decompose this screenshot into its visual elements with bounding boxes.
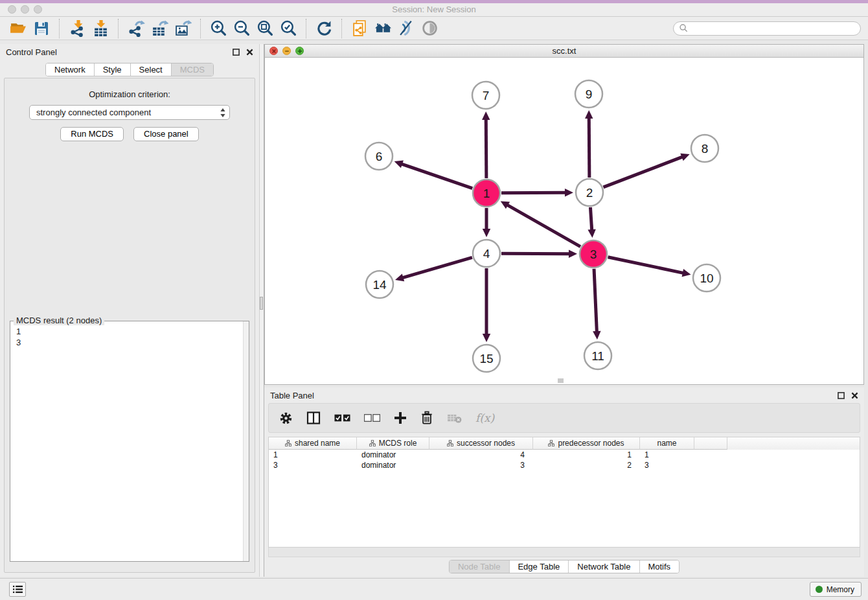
column-header-predecessor-nodes[interactable]: predecessor nodes bbox=[533, 437, 640, 450]
column-header-shared-name[interactable]: shared name bbox=[269, 437, 357, 450]
node-11[interactable]: 11 bbox=[584, 342, 611, 369]
refresh-icon[interactable] bbox=[312, 18, 336, 39]
hide-style-icon[interactable] bbox=[394, 18, 418, 39]
edge-2-3[interactable] bbox=[588, 207, 595, 238]
function-builder-icon: f(x) bbox=[475, 411, 494, 424]
network-maximize-button[interactable] bbox=[295, 47, 304, 55]
task-history-button[interactable] bbox=[9, 582, 26, 597]
edge-line bbox=[507, 205, 580, 246]
table-toolbar: f(x) bbox=[268, 403, 860, 433]
import-network-icon[interactable] bbox=[65, 18, 89, 39]
node-label: 9 bbox=[586, 87, 593, 101]
zoom-in-icon[interactable] bbox=[207, 18, 230, 39]
edge-1-7[interactable] bbox=[482, 111, 490, 178]
import-table-icon[interactable] bbox=[89, 18, 112, 39]
column-header-name[interactable]: name bbox=[640, 437, 694, 450]
edge-line bbox=[603, 157, 682, 187]
node-3[interactable]: 3 bbox=[580, 240, 607, 268]
edge-1-6[interactable] bbox=[394, 160, 473, 188]
memory-button[interactable]: Memory bbox=[810, 582, 862, 597]
add-column-icon[interactable] bbox=[394, 411, 407, 424]
column-header-successor-nodes[interactable]: successor nodes bbox=[429, 437, 533, 450]
node-10[interactable]: 10 bbox=[693, 264, 720, 292]
table-tab-edge-table[interactable]: Edge Table bbox=[509, 560, 569, 573]
table-tab-node-table[interactable]: Node Table bbox=[450, 560, 510, 573]
zoom-fit-icon[interactable] bbox=[253, 18, 277, 39]
edge-line bbox=[590, 207, 591, 230]
tab-style[interactable]: Style bbox=[95, 63, 131, 76]
network-canvas[interactable]: 7968124314101511 bbox=[265, 58, 863, 384]
clone-network-icon[interactable] bbox=[348, 18, 371, 39]
export-table-icon[interactable] bbox=[148, 18, 171, 39]
home-layout-icon[interactable] bbox=[371, 18, 394, 39]
column-chooser-icon[interactable] bbox=[306, 411, 321, 425]
table-cell: 1 bbox=[269, 450, 357, 460]
edge-4-14[interactable] bbox=[395, 257, 472, 281]
search-field[interactable] bbox=[673, 21, 861, 36]
table-row[interactable]: 1dominator411 bbox=[269, 450, 860, 460]
table-tab-network-table[interactable]: Network Table bbox=[569, 560, 639, 573]
deselect-all-rows-icon[interactable] bbox=[364, 414, 380, 422]
minimize-window-button[interactable] bbox=[21, 5, 29, 14]
tab-network[interactable]: Network bbox=[46, 63, 95, 76]
panel-splitter[interactable] bbox=[259, 44, 264, 577]
zoom-window-button[interactable] bbox=[34, 5, 42, 14]
run-mcds-button[interactable]: Run MCDS bbox=[60, 127, 124, 141]
zoom-selected-icon[interactable] bbox=[277, 18, 300, 39]
node-15[interactable]: 15 bbox=[473, 345, 500, 372]
network-resize-grip[interactable] bbox=[558, 378, 564, 383]
float-table-panel-icon[interactable] bbox=[838, 392, 845, 399]
column-header-MCDS-role[interactable]: MCDS role bbox=[357, 437, 429, 450]
edge-3-10[interactable] bbox=[608, 257, 691, 277]
control-panel: Control Panel NetworkStyleSelectMCDS Opt… bbox=[0, 44, 259, 577]
node-6[interactable]: 6 bbox=[365, 143, 393, 170]
node-8[interactable]: 8 bbox=[691, 135, 718, 162]
tab-select[interactable]: Select bbox=[131, 63, 172, 76]
select-all-rows-icon[interactable] bbox=[334, 414, 350, 422]
node-label: 3 bbox=[590, 248, 597, 261]
open-session-icon[interactable] bbox=[6, 18, 30, 39]
edge-1-4[interactable] bbox=[483, 208, 490, 237]
toolbar-separator bbox=[118, 19, 119, 38]
export-image-icon[interactable] bbox=[171, 18, 194, 39]
search-input[interactable] bbox=[689, 24, 855, 33]
node-4[interactable]: 4 bbox=[473, 240, 500, 267]
edge-line bbox=[589, 118, 589, 178]
edge-3-11[interactable] bbox=[593, 269, 600, 340]
table-cell: 1 bbox=[533, 450, 640, 460]
node-7[interactable]: 7 bbox=[472, 82, 499, 109]
close-panel-icon[interactable] bbox=[246, 49, 253, 56]
close-window-button[interactable] bbox=[8, 5, 16, 14]
show-graphics-eye-icon[interactable] bbox=[418, 18, 441, 39]
table-settings-gear-icon[interactable] bbox=[279, 411, 293, 425]
table-row[interactable]: 3dominator323 bbox=[269, 460, 860, 470]
node-1[interactable]: 1 bbox=[473, 179, 500, 207]
table-tab-motifs[interactable]: Motifs bbox=[639, 560, 679, 573]
float-panel-icon[interactable] bbox=[233, 49, 240, 56]
save-session-icon[interactable] bbox=[30, 18, 53, 39]
delete-column-trash-icon[interactable] bbox=[420, 411, 433, 425]
edge-line bbox=[402, 164, 472, 189]
column-hierarchy-icon bbox=[285, 440, 291, 446]
edge-2-8[interactable] bbox=[603, 154, 689, 187]
network-minimize-button[interactable] bbox=[282, 47, 291, 55]
splitter-grip[interactable] bbox=[260, 297, 263, 310]
edge-3-1[interactable] bbox=[501, 201, 580, 246]
optimization-criterion-select[interactable]: strongly connected component bbox=[29, 105, 230, 120]
edge-1-2[interactable] bbox=[501, 189, 573, 196]
close-panel-button[interactable]: Close panel bbox=[133, 127, 199, 141]
node-9[interactable]: 9 bbox=[575, 80, 602, 108]
edge-4-15[interactable] bbox=[483, 268, 490, 342]
zoom-out-icon[interactable] bbox=[230, 18, 253, 39]
close-table-panel-icon[interactable] bbox=[851, 392, 858, 399]
table-scrollbar[interactable] bbox=[268, 548, 860, 557]
tab-mcds[interactable]: MCDS bbox=[172, 63, 213, 76]
node-14[interactable]: 14 bbox=[366, 271, 393, 298]
node-2[interactable]: 2 bbox=[576, 179, 603, 206]
edge-arrowhead bbox=[569, 250, 577, 258]
result-scrollbar[interactable] bbox=[243, 321, 249, 561]
edge-2-9[interactable] bbox=[585, 110, 593, 178]
network-close-button[interactable] bbox=[269, 47, 278, 55]
edge-4-3[interactable] bbox=[501, 250, 577, 258]
export-network-icon[interactable] bbox=[124, 18, 148, 39]
